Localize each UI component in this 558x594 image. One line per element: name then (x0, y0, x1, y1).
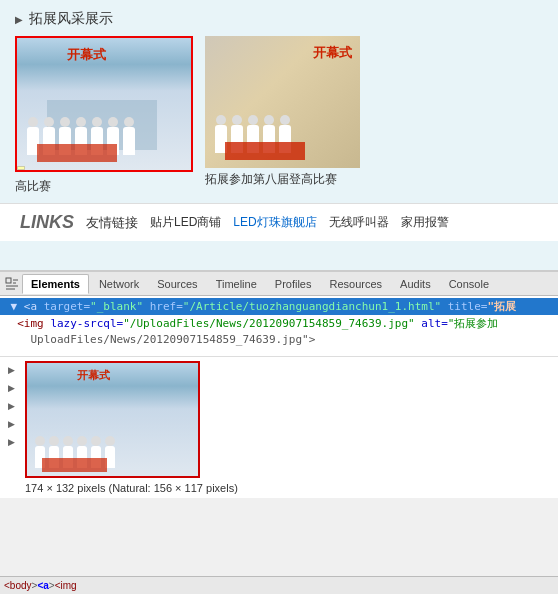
group-photo-2 (205, 36, 360, 168)
tab-console[interactable]: Console (441, 275, 497, 293)
preview-area: ▶ ▶ ▶ ▶ ▶ 174 × (0, 356, 558, 498)
images-row: 高比赛 拓展参加第八届登高比赛 (0, 36, 558, 195)
highlighted-image-box (15, 36, 193, 172)
section-title: 拓展风采展示 (29, 10, 113, 28)
devtools-toolbar: Elements Network Sources Timeline Profil… (0, 272, 558, 296)
html-line-2[interactable]: <img lazy-srcql="/UploadFiles/News/20120… (0, 315, 558, 332)
webpage-content: ▶ 拓展风采展示 (0, 0, 558, 270)
html-line-1[interactable]: ▼ <a target="_blank" href="/Article/tuoz… (0, 298, 558, 315)
triangle-icon: ▶ (15, 14, 23, 25)
section-header: ▶ 拓展风采展示 (0, 0, 558, 36)
link-item-alarm[interactable]: 家用报警 (401, 214, 449, 231)
tab-sources[interactable]: Sources (149, 275, 205, 293)
red-banner-1 (37, 144, 117, 162)
first-image-container: 高比赛 (15, 36, 193, 195)
bottom-tag-a: <a (37, 580, 48, 591)
tab-timeline[interactable]: Timeline (208, 275, 265, 293)
html-line-3[interactable]: UploadFiles/News/20120907154859_74639.jp… (0, 332, 558, 347)
link-item-wireless[interactable]: 无线呼叫器 (329, 214, 389, 231)
caption-2: 拓展参加第八届登高比赛 (205, 171, 360, 188)
links-section: LINKS 友情链接 贴片LED商铺 LED灯珠旗舰店 无线呼叫器 家用报警 (0, 203, 558, 241)
links-title-cn: 友情链接 (86, 214, 138, 232)
person-7 (123, 127, 135, 155)
preview-banner (42, 458, 107, 472)
tab-elements[interactable]: Elements (22, 274, 89, 294)
red-banner-2 (225, 142, 305, 160)
arrow-4[interactable]: ▶ (8, 419, 15, 429)
devtools-panel: Elements Network Sources Timeline Profil… (0, 270, 558, 594)
preview-image-wrapper: 174 × 132 pixels (Natural: 156 × 117 pix… (25, 361, 238, 494)
links-title-en: LINKS (20, 212, 74, 233)
tab-resources[interactable]: Resources (321, 275, 390, 293)
pixel-info: 174 × 132 pixels (Natural: 156 × 117 pix… (25, 482, 238, 494)
tab-audits[interactable]: Audits (392, 275, 439, 293)
elements-content: ▼ <a target="_blank" href="/Article/tuoz… (0, 296, 558, 356)
bottom-tag-body: <body (4, 580, 32, 591)
arrow-2[interactable]: ▶ (8, 383, 15, 393)
arrow-3[interactable]: ▶ (8, 401, 15, 411)
second-image-container: 拓展参加第八届登高比赛 (205, 36, 360, 188)
link-item-led2[interactable]: LED灯珠旗舰店 (233, 214, 316, 231)
expand-arrows: ▶ ▶ ▶ ▶ ▶ (8, 365, 15, 447)
img-badge (17, 166, 25, 170)
arrow-5[interactable]: ▶ (8, 437, 15, 447)
tab-network[interactable]: Network (91, 275, 147, 293)
bottom-bar: <body > <a > <img (0, 576, 558, 594)
svg-rect-0 (6, 278, 11, 283)
tab-profiles[interactable]: Profiles (267, 275, 320, 293)
preview-img (27, 363, 200, 478)
links-list: 贴片LED商铺 LED灯珠旗舰店 无线呼叫器 家用报警 (150, 214, 449, 231)
link-item-led[interactable]: 贴片LED商铺 (150, 214, 221, 231)
group-photo-1 (17, 38, 191, 170)
arrow-1[interactable]: ▶ (8, 365, 15, 375)
caption-1: 高比赛 (15, 178, 193, 195)
bottom-tag-img: <img (55, 580, 77, 591)
inspect-icon[interactable] (4, 276, 20, 292)
preview-image-box (25, 361, 200, 478)
